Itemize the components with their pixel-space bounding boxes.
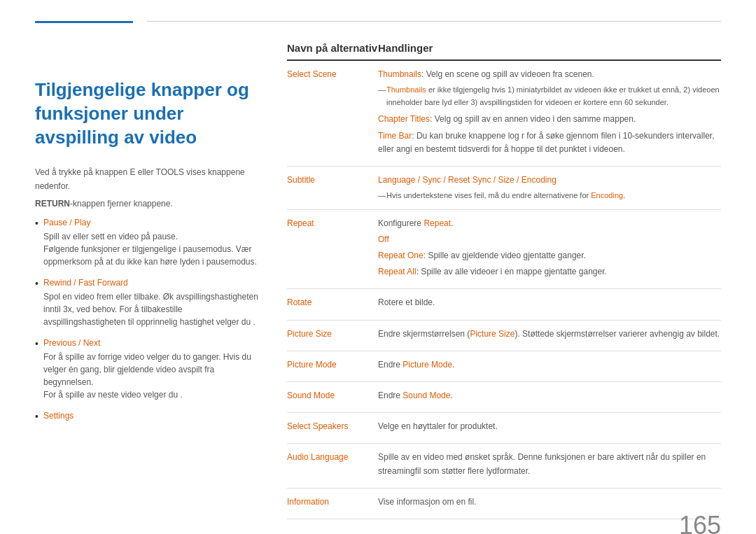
bullet-desc-prev2: For å spille av neste video velger du .: [43, 388, 259, 401]
table-row: Rotate Rotere et bilde.: [287, 289, 721, 320]
intro-text-2: RETURN-knappen fjerner knappene.: [35, 197, 259, 211]
table-row: Audio Language Spille av en video med øn…: [287, 444, 721, 488]
row-content-sound-mode: Endre Sound Mode.: [378, 389, 721, 405]
intro-bold: RETURN: [35, 199, 70, 209]
row-label-sound-mode: Sound Mode: [287, 389, 378, 405]
accent-bar: [35, 21, 133, 23]
row-label-picture-size: Picture Size: [287, 328, 378, 344]
bullet-title-pause: Pause / Play: [43, 218, 259, 227]
table-row: Picture Mode Endre Picture Mode.: [287, 351, 721, 382]
table-row: Sound Mode Endre Sound Mode.: [287, 382, 721, 413]
right-panel: Navn på alternativ Handlinger Select Sce…: [287, 42, 721, 519]
col-header-name: Navn på alternativ: [287, 42, 378, 54]
bullet-desc-pause: Spill av eller sett en video på pause.: [43, 230, 259, 243]
row-label-subtitle: Subtitle: [287, 174, 378, 202]
row-label-select-scene: Select Scene: [287, 68, 378, 159]
bullet-desc-prev: For å spille av forrige video velger du …: [43, 351, 259, 388]
row-label-rotate: Rotate: [287, 296, 378, 312]
row-content-audio-language: Spille av en video med ønsket språk. Den…: [378, 451, 721, 480]
row-content-subtitle: Language / Sync / Reset Sync / Size / En…: [378, 174, 721, 202]
bullet-title-settings: Settings: [43, 411, 259, 421]
table-row: Repeat Konfigurere Repeat. Off Repeat On…: [287, 210, 721, 290]
row-content-repeat: Konfigurere Repeat. Off Repeat One: Spil…: [378, 217, 721, 282]
row-label-audio-language: Audio Language: [287, 451, 378, 480]
page-title: Tilgjengelige knapper og funksjoner unde…: [35, 78, 259, 149]
row-content-picture-size: Endre skjermstørrelsen (Picture Size). S…: [378, 328, 721, 344]
left-panel: Tilgjengelige knapper og funksjoner unde…: [35, 42, 259, 519]
bullet-desc-rewind: Spol en video frem eller tilbake. Øk avs…: [43, 290, 259, 328]
list-item: Settings: [35, 411, 259, 421]
table-row: Subtitle Language / Sync / Reset Sync / …: [287, 167, 721, 210]
bullet-desc-pause2: Følgende funksjoner er tilgjengelige i p…: [43, 243, 259, 268]
row-label-select-speakers: Select Speakers: [287, 420, 378, 436]
table-row: Select Scene Thumbnails: Velg en scene o…: [287, 61, 721, 167]
list-item: Pause / Play Spill av eller sett en vide…: [35, 218, 259, 268]
bullet-title-rewind: Rewind / Fast Forward: [43, 278, 259, 288]
bullet-title-prev: Previous / Next: [43, 338, 259, 348]
col-header-actions: Handlinger: [378, 42, 721, 54]
page-number: 165: [679, 511, 721, 534]
row-content-rotate: Rotere et bilde.: [378, 296, 721, 312]
list-item: Rewind / Fast Forward Spol en video frem…: [35, 278, 259, 328]
table-header: Navn på alternativ Handlinger: [287, 42, 721, 61]
row-content-select-scene: Thumbnails: Velg en scene og spill av vi…: [378, 68, 721, 159]
intro-text-1: Ved å trykke på knappen E eller TOOLS vi…: [35, 166, 259, 192]
list-item: Previous / Next For å spille av forrige …: [35, 338, 259, 401]
row-label-information: Information: [287, 496, 378, 512]
table-row: Picture Size Endre skjermstørrelsen (Pic…: [287, 321, 721, 351]
row-content-picture-mode: Endre Picture Mode.: [378, 358, 721, 374]
row-label-picture-mode: Picture Mode: [287, 358, 378, 374]
row-content-select-speakers: Velge en høyttaler for produktet.: [378, 420, 721, 436]
feature-list: Pause / Play Spill av eller sett en vide…: [35, 218, 259, 421]
row-label-repeat: Repeat: [287, 217, 378, 282]
row-content-information: Vise informasjon om en fil.: [378, 496, 721, 512]
table-row: Information Vise informasjon om en fil.: [287, 489, 721, 519]
table-row: Select Speakers Velge en høyttaler for p…: [287, 413, 721, 444]
top-divider: [147, 21, 721, 22]
